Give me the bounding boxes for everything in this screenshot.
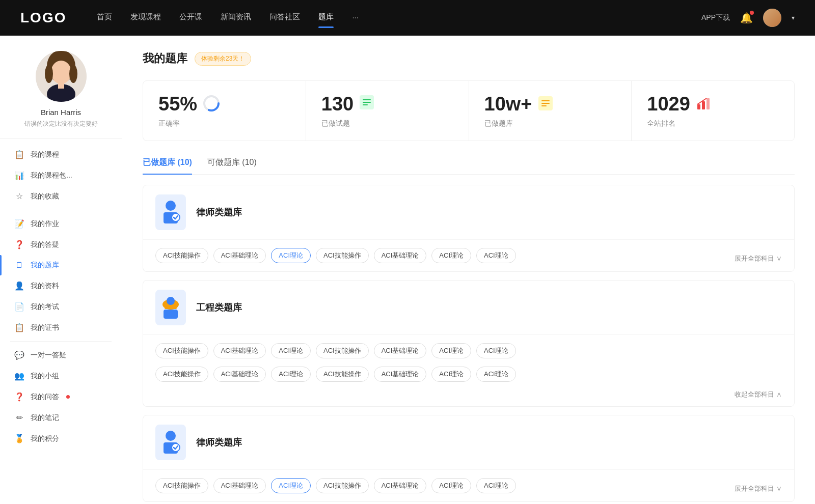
- bank-tag[interactable]: ACI技能操作: [155, 367, 208, 382]
- nav-qa[interactable]: 问答社区: [269, 12, 300, 24]
- bank-tags-row2: ACI技能操作 ACI基础理论 ACI理论 ACI技能操作 ACI基础理论 AC…: [143, 367, 794, 390]
- sidebar-item-label: 我的答疑: [31, 240, 59, 249]
- bank-tag[interactable]: ACI理论: [476, 248, 516, 263]
- sidebar: Brian Harris 错误的决定比没有决定要好 📋 我的课程 📊 我的课程包…: [0, 36, 122, 504]
- svg-rect-14: [541, 100, 550, 101]
- bank-tag[interactable]: ACI理论: [431, 248, 471, 263]
- bank-card-lawyer2: 律师类题库 ACI技能操作 ACI基础理论 ACI理论 ACI技能操作 ACI基…: [143, 415, 795, 502]
- bank-tag[interactable]: ACI基础理论: [374, 343, 427, 358]
- app-download-button[interactable]: APP下载: [701, 13, 730, 22]
- bank-title: 律师类题库: [196, 206, 242, 218]
- bank-tag[interactable]: ACI技能操作: [316, 478, 369, 493]
- bank-tag[interactable]: ACI理论: [431, 367, 471, 382]
- sidebar-item-certificate[interactable]: 📋 我的证书: [0, 317, 122, 338]
- sidebar-item-label: 我的笔记: [31, 413, 59, 423]
- collapse-bank-link[interactable]: 收起全部科目 ∧: [735, 390, 782, 399]
- bank-tag[interactable]: ACI基础理论: [374, 367, 427, 382]
- bank-tag[interactable]: ACI基础理论: [213, 367, 266, 382]
- sidebar-item-homework[interactable]: 📝 我的作业: [0, 213, 122, 234]
- bank-tag[interactable]: ACI技能操作: [155, 478, 208, 493]
- sidebar-item-my-qa[interactable]: ❓ 我的问答: [0, 386, 122, 407]
- sidebar-item-label: 我的资料: [31, 282, 59, 291]
- svg-rect-6: [58, 81, 64, 89]
- profile-name: Brian Harris: [41, 108, 81, 117]
- bank-tags: ACI技能操作 ACI基础理论 ACI理论 ACI技能操作 ACI基础理论 AC…: [143, 240, 722, 271]
- tab-done-banks[interactable]: 已做题库 (10): [143, 157, 192, 174]
- sidebar-item-label: 我的题库: [31, 261, 59, 270]
- menu-divider-2: [10, 341, 112, 342]
- bank-tag[interactable]: ACI理论: [271, 343, 311, 358]
- svg-rect-24: [165, 307, 177, 309]
- sidebar-item-quiz-bank[interactable]: 🗒 我的题库: [0, 255, 122, 275]
- stat-value: 55%: [158, 93, 197, 115]
- avatar[interactable]: [763, 9, 781, 27]
- bank-tag[interactable]: ACI基础理论: [213, 478, 266, 493]
- stats-row: 55% 正确率 130: [143, 80, 795, 141]
- bank-tag[interactable]: ACI基础理论: [374, 248, 427, 263]
- bank-tag[interactable]: ACI基础理论: [374, 478, 427, 493]
- orange-list-icon: [537, 95, 554, 114]
- user-menu-arrow-icon[interactable]: ▾: [792, 14, 795, 21]
- bank-tag[interactable]: ACI技能操作: [316, 367, 369, 382]
- bank-icon: [155, 194, 186, 230]
- bank-tag[interactable]: ACI技能操作: [155, 248, 208, 263]
- tabs-row: 已做题库 (10) 可做题库 (10): [143, 157, 795, 175]
- stat-value: 130: [321, 93, 354, 115]
- bank-tag[interactable]: ACI理论: [476, 367, 516, 382]
- nav-open-course[interactable]: 公开课: [179, 12, 202, 24]
- sidebar-item-label: 我的考试: [31, 302, 59, 312]
- svg-rect-11: [363, 102, 371, 103]
- chat-icon: 💬: [14, 350, 24, 360]
- sidebar-item-profile[interactable]: 👤 我的资料: [0, 275, 122, 296]
- sidebar-item-favorites[interactable]: ☆ 我的收藏: [0, 186, 122, 207]
- qa-icon: ❓: [14, 240, 24, 249]
- nav-more[interactable]: ···: [352, 13, 359, 23]
- expand-bank-link[interactable]: 展开全部科目 ∨: [722, 246, 794, 271]
- sidebar-menu: 📋 我的课程 📊 我的课程包... ☆ 我的收藏 📝 我的作业 ❓: [0, 139, 122, 454]
- profile-icon: 👤: [14, 281, 24, 291]
- nav-quiz[interactable]: 题库: [318, 12, 334, 24]
- svg-rect-26: [164, 310, 178, 319]
- sidebar-item-my-course[interactable]: 📋 我的课程: [0, 144, 122, 165]
- sidebar-item-label: 一对一答疑: [31, 351, 66, 360]
- sidebar-item-label: 我的积分: [31, 434, 59, 443]
- stat-value-row: 55%: [158, 93, 221, 115]
- content-area: 我的题库 体验剩余23天！ 55% 正确率: [122, 36, 815, 504]
- sidebar-item-points[interactable]: 🏅 我的积分: [0, 428, 122, 449]
- bank-tag[interactable]: ACI技能操作: [316, 343, 369, 358]
- sidebar-item-notes[interactable]: ✏ 我的笔记: [0, 407, 122, 428]
- stat-label: 全站排名: [647, 119, 675, 128]
- notification-bell-icon[interactable]: 🔔: [740, 12, 753, 24]
- coursepack-icon: 📊: [14, 171, 24, 180]
- stat-value-row: 1029: [647, 93, 712, 115]
- bank-tag[interactable]: ACI基础理论: [213, 343, 266, 358]
- nav-discover[interactable]: 发现课程: [130, 12, 161, 24]
- bank-tags-row1: ACI技能操作 ACI基础理论 ACI理论 ACI技能操作 ACI基础理论 AC…: [143, 335, 794, 367]
- tab-available-banks[interactable]: 可做题库 (10): [207, 157, 257, 174]
- sidebar-item-qa[interactable]: ❓ 我的答疑: [0, 234, 122, 255]
- trial-badge: 体验剩余23天！: [195, 52, 251, 66]
- bank-tag[interactable]: ACI理论: [476, 478, 516, 493]
- bank-tag[interactable]: ACI技能操作: [155, 343, 208, 358]
- bank-tag[interactable]: ACI基础理论: [213, 248, 266, 263]
- bar-chart-red-icon: [695, 95, 712, 114]
- svg-point-20: [166, 201, 176, 211]
- sidebar-item-exam[interactable]: 📄 我的考试: [0, 296, 122, 317]
- nav-news[interactable]: 新闻资讯: [221, 12, 251, 24]
- bank-tag-active[interactable]: ACI理论: [271, 248, 311, 263]
- bank-tag[interactable]: ACI理论: [431, 478, 471, 493]
- svg-rect-16: [541, 105, 547, 106]
- bank-tag[interactable]: ACI理论: [476, 343, 516, 358]
- sidebar-item-group[interactable]: 👥 我的小组: [0, 366, 122, 386]
- bank-tag-active[interactable]: ACI理论: [271, 478, 311, 493]
- bank-title: 工程类题库: [196, 301, 242, 314]
- bank-tag[interactable]: ACI理论: [271, 367, 311, 382]
- bank-tag[interactable]: ACI理论: [431, 343, 471, 358]
- bank-header: 工程类题库: [143, 281, 794, 335]
- bank-tag[interactable]: ACI技能操作: [316, 248, 369, 263]
- stat-done-questions: 130 已做试题: [306, 81, 469, 141]
- expand-bank-link[interactable]: 展开全部科目 ∨: [722, 476, 794, 501]
- sidebar-item-1on1[interactable]: 💬 一对一答疑: [0, 345, 122, 366]
- nav-home[interactable]: 首页: [97, 12, 112, 24]
- sidebar-item-course-pack[interactable]: 📊 我的课程包...: [0, 165, 122, 186]
